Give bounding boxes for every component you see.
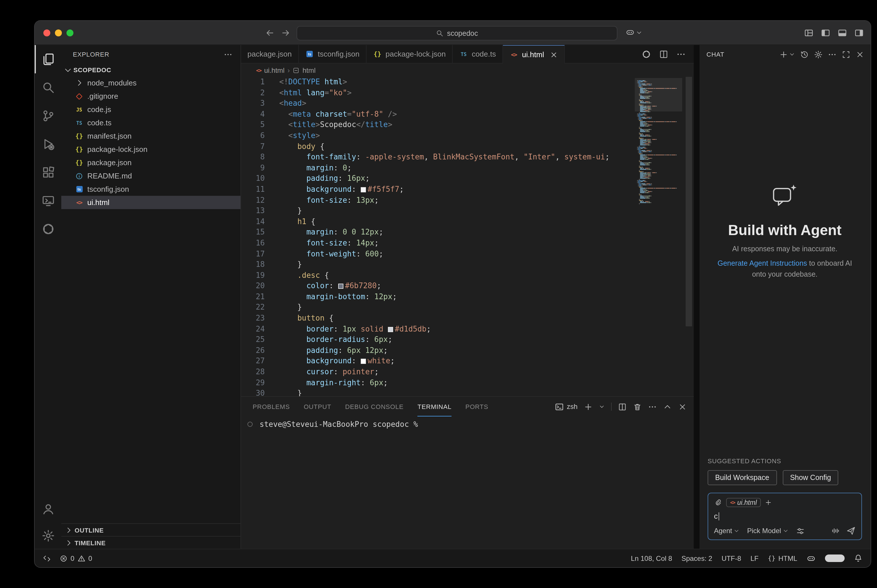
- mode-picker[interactable]: Agent: [714, 527, 740, 535]
- close-panel-icon[interactable]: [678, 402, 687, 411]
- file-item-.gitignore[interactable]: .gitignore: [61, 90, 241, 103]
- activity-extensions[interactable]: [35, 158, 61, 187]
- forward-icon[interactable]: [281, 28, 290, 38]
- cursor-position[interactable]: Ln 108, Col 8: [631, 554, 672, 562]
- braces-icon: {}: [768, 555, 776, 562]
- editor-tab-package.json[interactable]: package.json: [241, 45, 299, 63]
- close-window-button[interactable]: [44, 30, 50, 36]
- more-actions-icon[interactable]: [828, 50, 836, 58]
- files-icon: [41, 52, 55, 66]
- activity-explorer[interactable]: [35, 45, 61, 74]
- file-item-code.js[interactable]: JScode.js: [61, 103, 241, 116]
- more-actions-icon[interactable]: [224, 50, 232, 58]
- action-show-config-button[interactable]: Show Config: [782, 470, 839, 485]
- model-picker[interactable]: Pick Model: [747, 527, 788, 535]
- activity-chatgpt[interactable]: [35, 215, 61, 243]
- breadcrumb-file[interactable]: ui.html: [264, 66, 285, 74]
- close-chat-icon[interactable]: [856, 50, 864, 58]
- minimap-slider[interactable]: [635, 78, 682, 111]
- file-item-code.ts[interactable]: TScode.ts: [61, 116, 241, 129]
- copilot-status-icon[interactable]: [806, 554, 816, 563]
- notifications-bell-icon[interactable]: [854, 554, 862, 562]
- split-terminal-icon[interactable]: [618, 402, 627, 411]
- panel-tab-problems[interactable]: PROBLEMS: [253, 397, 290, 417]
- maximize-panel-icon[interactable]: [663, 402, 672, 411]
- breadcrumb[interactable]: <> ui.html › html: [241, 63, 694, 77]
- terminal[interactable]: steve@Steveui-MacBookPro scopedoc %: [241, 417, 694, 429]
- panel-tab-ports[interactable]: PORTS: [465, 397, 488, 417]
- context-chip[interactable]: <> ui.html: [726, 498, 761, 507]
- file-item-tsconfig.json[interactable]: tstsconfig.json: [61, 183, 241, 196]
- panel-tab-debug-console[interactable]: DEBUG CONSOLE: [345, 397, 403, 417]
- indentation[interactable]: Spaces: 2: [681, 554, 712, 562]
- zoom-window-button[interactable]: [66, 30, 74, 36]
- voice-input-icon[interactable]: [831, 526, 840, 536]
- chat-input-box[interactable]: <> ui.html c Agent: [708, 493, 862, 540]
- chat-input-field[interactable]: c: [714, 512, 856, 520]
- code-editor[interactable]: 1<!DOCTYPE html>2<html lang="ko">3<head>…: [241, 77, 694, 396]
- editor-tab-ui.html[interactable]: <>ui.html: [503, 45, 565, 63]
- send-icon[interactable]: [846, 526, 856, 536]
- code-line: 7 body {: [241, 141, 694, 152]
- toggle-panel-icon[interactable]: [838, 28, 847, 38]
- openai-icon[interactable]: [642, 50, 651, 58]
- customize-layout-icon[interactable]: [804, 28, 814, 38]
- command-center-search[interactable]: scopedoc: [296, 26, 617, 40]
- section-outline[interactable]: OUTLINE: [61, 523, 241, 536]
- file-item-README.md[interactable]: README.md: [61, 169, 241, 183]
- language-mode[interactable]: {} HTML: [768, 554, 797, 562]
- panel-tab-terminal[interactable]: TERMINAL: [417, 397, 451, 417]
- breadcrumb-symbol[interactable]: html: [302, 66, 315, 74]
- expand-chat-icon[interactable]: [842, 50, 850, 58]
- remote-indicator[interactable]: [43, 554, 51, 562]
- section-timeline[interactable]: TIMELINE: [61, 536, 241, 549]
- activity-settings[interactable]: [35, 522, 61, 549]
- new-terminal-icon[interactable]: [584, 402, 593, 411]
- chevron-down-icon[interactable]: [599, 404, 605, 410]
- generate-instructions-link[interactable]: Generate Agent Instructions: [718, 260, 807, 267]
- code-line: 14 h1 {: [241, 216, 694, 227]
- more-actions-icon[interactable]: [676, 50, 686, 58]
- copilot-menu-button[interactable]: [626, 28, 642, 37]
- editor-tab-code.ts[interactable]: TScode.ts: [453, 45, 503, 63]
- problems-indicator[interactable]: 0 0: [60, 554, 92, 562]
- account-icon: [41, 502, 55, 516]
- close-tab-icon[interactable]: [550, 51, 558, 58]
- activity-search[interactable]: [35, 74, 61, 102]
- panel-divider[interactable]: [694, 45, 699, 549]
- minimap[interactable]: [635, 79, 682, 394]
- split-editor-icon[interactable]: [659, 50, 668, 58]
- activity-source-control[interactable]: [35, 102, 61, 130]
- toggle-primary-sidebar-icon[interactable]: [821, 28, 830, 38]
- minimize-window-button[interactable]: [55, 30, 62, 36]
- file-item-manifest.json[interactable]: {}manifest.json: [61, 129, 241, 142]
- toggle-secondary-sidebar-icon[interactable]: [854, 28, 864, 38]
- kill-terminal-icon[interactable]: [633, 402, 642, 411]
- file-item-package-lock.json[interactable]: {}package-lock.json: [61, 142, 241, 156]
- attach-context-icon[interactable]: [714, 498, 722, 507]
- editor-tab-tsconfig.json[interactable]: tstsconfig.json: [299, 45, 367, 63]
- editor-scrollbar[interactable]: [686, 77, 692, 326]
- folder-root[interactable]: SCOPEDOC: [61, 63, 241, 76]
- activity-run-debug[interactable]: [35, 130, 61, 158]
- activity-accounts[interactable]: [35, 496, 61, 522]
- chat-history-icon[interactable]: [800, 50, 809, 58]
- activity-remote-explorer[interactable]: [35, 187, 61, 215]
- eol[interactable]: LF: [751, 554, 758, 562]
- back-icon[interactable]: [265, 28, 275, 38]
- add-context-icon[interactable]: [765, 499, 772, 506]
- file-item-node_modules[interactable]: node_modules: [61, 76, 241, 90]
- status-pill[interactable]: [825, 555, 845, 562]
- panel-tab-output[interactable]: OUTPUT: [304, 397, 331, 417]
- chevron-down-icon[interactable]: [789, 51, 795, 57]
- tools-icon[interactable]: [796, 526, 805, 535]
- terminal-shell-select[interactable]: zsh: [555, 402, 578, 411]
- chat-settings-icon[interactable]: [814, 50, 823, 58]
- editor-tab-package-lock.json[interactable]: {}package-lock.json: [367, 45, 453, 63]
- more-actions-icon[interactable]: [648, 402, 657, 411]
- file-item-ui.html[interactable]: <>ui.html: [61, 196, 241, 209]
- file-item-package.json[interactable]: {}package.json: [61, 156, 241, 169]
- action-build-workspace-button[interactable]: Build Workspace: [708, 470, 777, 485]
- encoding[interactable]: UTF-8: [722, 554, 741, 562]
- new-chat-icon[interactable]: [779, 50, 788, 58]
